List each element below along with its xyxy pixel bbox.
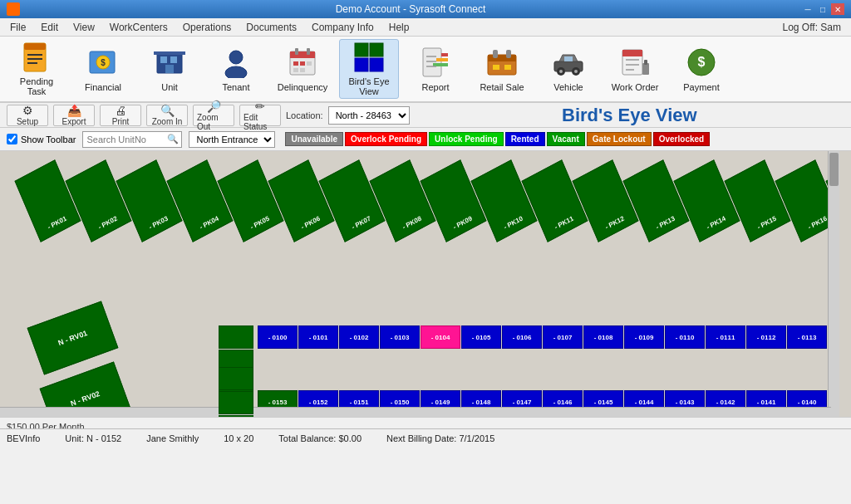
scrollbar-horizontal[interactable]: [0, 407, 831, 417]
retail-sale-label: Retail Sale: [480, 82, 524, 92]
svg-rect-20: [300, 61, 305, 66]
print-icon: 🖨: [115, 104, 126, 117]
storage-unit-- 0112[interactable]: - 0112: [746, 325, 786, 349]
parking-unit-PK04[interactable]: - PK04: [167, 159, 234, 242]
close-button[interactable]: ✕: [831, 3, 844, 15]
parking-unit-PK10[interactable]: - PK10: [471, 159, 538, 242]
menu-documents[interactable]: Documents: [239, 20, 303, 35]
left-stack2-cell-0[interactable]: [219, 367, 253, 390]
zoom-out-button[interactable]: 🔎 Zoom Out: [193, 105, 234, 126]
parking-unit-PK08[interactable]: - PK08: [370, 159, 436, 242]
rv-unit-1[interactable]: N - RV01: [27, 301, 119, 375]
left-stack-cell-0[interactable]: [219, 325, 253, 349]
legend-overlock-pending: Overlock Pending: [345, 132, 427, 146]
tenant-icon: [219, 46, 253, 79]
svg-rect-50: [644, 60, 647, 65]
parking-unit-PK02[interactable]: - PK02: [66, 159, 132, 242]
svg-rect-36: [488, 55, 516, 61]
edit-status-icon: ✏: [255, 100, 265, 113]
pending-task-button[interactable]: Pending Task: [7, 39, 66, 99]
entrance-select[interactable]: North Entrance: [189, 131, 275, 148]
pending-task-label: Pending Task: [11, 76, 62, 96]
menu-file[interactable]: File: [3, 20, 32, 35]
edit-status-label: Edit Status: [243, 113, 277, 131]
svg-rect-10: [170, 56, 177, 63]
birds-eye-view-icon: [352, 42, 386, 73]
parking-unit-PK12[interactable]: - PK12: [573, 159, 639, 242]
payment-button[interactable]: $ Payment: [671, 39, 731, 99]
tenant-button[interactable]: Tenant: [206, 39, 266, 99]
scrollbar-thumb[interactable]: [829, 153, 839, 186]
storage-unit-- 0110[interactable]: - 0110: [665, 325, 705, 349]
legend-rented: Rented: [505, 132, 545, 146]
parking-unit-PK06[interactable]: - PK06: [268, 159, 335, 242]
storage-unit-- 0103[interactable]: - 0103: [380, 325, 420, 349]
svg-point-14: [225, 66, 247, 78]
storage-unit-- 0100[interactable]: - 0100: [258, 325, 298, 349]
parking-unit-PK13[interactable]: - PK13: [623, 159, 690, 242]
scrollbar-vertical[interactable]: [828, 151, 839, 417]
location-select[interactable]: North - 28463: [328, 106, 410, 125]
report-button[interactable]: Report: [406, 39, 465, 99]
parking-unit-PK01[interactable]: - PK01: [15, 159, 81, 242]
birds-eye-view-button[interactable]: Bird's Eye View: [339, 39, 399, 99]
show-toolbar-checkbox[interactable]: [7, 134, 17, 144]
parking-unit-PK03[interactable]: - PK03: [116, 159, 183, 242]
minimize-button[interactable]: ─: [801, 3, 814, 15]
zoom-in-button[interactable]: 🔍 Zoom In: [146, 105, 188, 126]
svg-rect-30: [436, 58, 448, 61]
retail-sale-button[interactable]: Retail Sale: [472, 39, 532, 99]
export-icon: 📤: [67, 104, 81, 117]
parking-unit-PK14[interactable]: - PK14: [674, 159, 740, 242]
svg-rect-16: [290, 51, 315, 58]
menu-view[interactable]: View: [66, 20, 101, 35]
unit-button[interactable]: Unit: [140, 39, 199, 99]
delinquency-button[interactable]: Delinquency: [273, 39, 332, 99]
tenant-label: Tenant: [222, 82, 249, 92]
storage-unit-- 0104[interactable]: - 0104: [421, 325, 460, 349]
report-label: Report: [421, 82, 449, 92]
storage-unit-- 0113[interactable]: - 0113: [787, 325, 827, 349]
birds-eye-view-label: Bird's Eye View: [343, 76, 395, 96]
unit-label: Unit: [161, 82, 178, 92]
svg-rect-46: [564, 56, 573, 61]
menu-operations[interactable]: Operations: [176, 20, 239, 35]
menu-help[interactable]: Help: [382, 20, 416, 35]
bev-canvas: - PK01- PK02- PK03- PK04- PK05- PK06- PK…: [0, 151, 839, 417]
legend-vacant: Vacant: [547, 132, 585, 146]
menu-edit[interactable]: Edit: [34, 20, 65, 35]
setup-button[interactable]: ⚙ Setup: [7, 105, 48, 126]
bev-title: Bird's Eye View: [415, 105, 844, 126]
menu-workcenters[interactable]: WorkCenters: [103, 20, 175, 35]
report-icon: [419, 46, 452, 79]
left-stack2-cell-2[interactable]: [219, 415, 253, 417]
storage-unit-- 0102[interactable]: - 0102: [339, 325, 379, 349]
svg-text:$: $: [698, 55, 706, 69]
svg-rect-39: [493, 65, 499, 70]
vehicle-button[interactable]: Vehicle: [539, 39, 598, 99]
print-button[interactable]: 🖨 Print: [100, 105, 141, 126]
storage-unit-- 0107[interactable]: - 0107: [543, 325, 583, 349]
maximize-button[interactable]: □: [816, 3, 829, 15]
storage-unit-- 0111[interactable]: - 0111: [706, 325, 745, 349]
storage-unit-- 0105[interactable]: - 0105: [461, 325, 501, 349]
storage-unit-- 0108[interactable]: - 0108: [583, 325, 623, 349]
svg-text:$: $: [101, 58, 106, 67]
zoom-in-label: Zoom In: [152, 117, 183, 126]
parking-unit-PK09[interactable]: - PK09: [421, 159, 487, 242]
parking-unit-PK15[interactable]: - PK15: [725, 159, 791, 242]
parking-unit-PK11[interactable]: - PK11: [522, 159, 588, 242]
parking-unit-PK05[interactable]: - PK05: [218, 159, 284, 242]
work-order-button[interactable]: Work Order: [605, 39, 665, 99]
storage-unit-- 0109[interactable]: - 0109: [624, 325, 664, 349]
storage-unit-- 0106[interactable]: - 0106: [502, 325, 542, 349]
storage-unit-- 0101[interactable]: - 0101: [298, 325, 338, 349]
parking-unit-PK07[interactable]: - PK07: [319, 159, 386, 242]
edit-status-button[interactable]: ✏ Edit Status: [239, 105, 281, 126]
export-button[interactable]: 📤 Export: [53, 105, 95, 126]
menu-company-info[interactable]: Company Info: [305, 20, 381, 35]
svg-rect-29: [441, 53, 448, 56]
financial-button[interactable]: $ Financial: [73, 39, 133, 99]
left-stack2-cell-1[interactable]: [219, 391, 253, 414]
svg-rect-12: [154, 51, 185, 55]
